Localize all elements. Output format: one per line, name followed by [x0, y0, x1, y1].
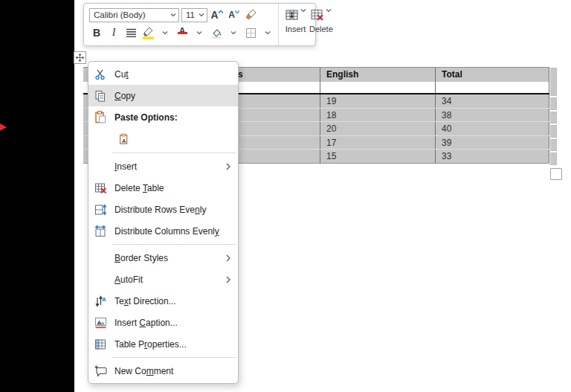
table-group: Insert Delete — [279, 4, 338, 45]
borders-button[interactable] — [243, 25, 258, 40]
mini-formatting-toolbar: Calibri (Body) 11 A A — [83, 3, 316, 46]
shrink-font-button[interactable]: A — [227, 7, 242, 22]
font-name-combobox[interactable]: Calibri (Body) — [89, 8, 179, 22]
end-mark — [550, 152, 557, 165]
cell-total[interactable]: 33 — [435, 150, 549, 163]
clipboard-icon — [93, 111, 108, 123]
table-context-menu: Cut Copy Paste Options: — [88, 61, 239, 384]
distribute-columns-icon — [93, 225, 108, 237]
borders-grid-icon — [245, 28, 257, 39]
menu-item-insert-caption[interactable]: Insert Caption... — [88, 312, 238, 333]
svg-text:A: A — [102, 296, 106, 303]
end-mark — [550, 139, 557, 152]
caret-up-icon — [218, 10, 224, 14]
black-letterbox-left — [0, 0, 74, 392]
paste-keep-text-only-button[interactable]: A — [114, 129, 134, 149]
menu-label: Cut — [114, 69, 230, 80]
grow-font-button[interactable]: A — [210, 7, 225, 22]
new-comment-icon — [93, 365, 108, 377]
delete-button[interactable]: Delete — [309, 8, 333, 43]
distribute-rows-icon — [93, 204, 108, 216]
menu-label: Paste Options: — [114, 112, 230, 123]
chevron-down-icon — [326, 8, 332, 13]
chevron-down-icon — [199, 13, 204, 17]
cell-english[interactable]: 19 — [320, 94, 435, 108]
submenu-chevron-icon — [226, 276, 230, 283]
chevron-down-icon — [196, 30, 202, 35]
menu-item-text-direction[interactable]: A Text Direction... — [88, 290, 238, 312]
submenu-chevron-icon — [226, 163, 230, 170]
cell-total[interactable]: 38 — [435, 109, 549, 122]
text-highlight-button[interactable] — [141, 25, 155, 40]
menu-label: Distribute Columns Evenly — [114, 226, 230, 237]
empty-cell[interactable] — [435, 82, 549, 93]
menu-item-distribute-columns[interactable]: Distribute Columns Evenly — [88, 220, 238, 242]
paint-bucket-icon — [210, 28, 223, 39]
justify-lines-icon — [126, 28, 137, 37]
font-size-combobox[interactable]: 11 — [181, 8, 207, 22]
menu-separator — [112, 357, 236, 358]
end-mark — [550, 68, 557, 96]
menu-label: AutoFit — [114, 274, 226, 285]
caret-down-icon — [234, 10, 240, 14]
menu-item-delete-table[interactable]: Delete Table — [88, 177, 238, 199]
header-cell-english[interactable]: English — [320, 68, 435, 82]
table-move-handle[interactable] — [74, 51, 86, 64]
text-direction-icon: A — [93, 295, 108, 307]
menu-item-autofit[interactable]: AutoFit — [88, 269, 238, 290]
svg-text:A: A — [122, 138, 126, 144]
chevron-down-icon — [162, 30, 168, 35]
font-color-button[interactable]: A — [175, 25, 190, 40]
chevron-down-icon — [300, 8, 306, 13]
cell-english[interactable]: 20 — [320, 122, 435, 135]
cell-english[interactable]: 18 — [320, 109, 435, 122]
justify-button[interactable] — [123, 25, 138, 40]
empty-cell[interactable] — [320, 82, 435, 93]
menu-item-table-properties[interactable]: Table Properties... — [88, 333, 238, 355]
cell-english[interactable]: 17 — [320, 136, 435, 150]
highlight-dropdown[interactable] — [158, 25, 172, 40]
menu-label: Delete Table — [114, 183, 230, 193]
menu-separator — [112, 244, 236, 245]
format-painter-button[interactable] — [244, 7, 259, 22]
menu-item-new-comment[interactable]: New Comment — [88, 360, 238, 382]
menu-label: Insert — [114, 161, 226, 172]
cell-total[interactable]: 40 — [435, 122, 549, 135]
shading-dropdown[interactable] — [226, 25, 241, 40]
menu-label: Insert Caption... — [114, 318, 230, 328]
clipboard-keep-text-icon: A — [119, 132, 129, 146]
menu-item-distribute-rows[interactable]: Distribute Rows Evenly — [88, 199, 238, 220]
font-color-dropdown[interactable] — [192, 25, 207, 40]
shading-button[interactable] — [209, 25, 224, 40]
scissors-icon — [93, 68, 108, 80]
table-resize-handle[interactable] — [550, 168, 562, 180]
cell-total[interactable]: 39 — [435, 136, 549, 150]
menu-item-copy[interactable]: Copy — [88, 85, 238, 106]
font-color-bar — [178, 32, 187, 35]
insert-caption-icon — [93, 317, 108, 329]
italic-button[interactable]: I — [106, 25, 121, 40]
end-mark — [550, 112, 557, 124]
borders-dropdown[interactable] — [260, 25, 275, 40]
table-properties-icon — [93, 338, 108, 350]
menu-item-border-styles[interactable]: Border Styles — [88, 247, 238, 269]
move-cross-icon — [76, 54, 84, 62]
insert-table-icon — [285, 8, 300, 22]
chevron-down-icon — [230, 30, 236, 35]
paste-options-row: A — [88, 128, 238, 150]
menu-label: Border Styles — [114, 253, 226, 263]
menu-item-insert[interactable]: Insert — [88, 155, 238, 177]
submenu-chevron-icon — [226, 254, 230, 262]
menu-item-cut[interactable]: Cut — [88, 63, 238, 85]
format-painter-icon — [245, 9, 257, 21]
word-document-canvas: s English Total 19 34 18 38 20 40 17 39 — [0, 0, 571, 392]
delete-table-icon — [93, 182, 108, 194]
cell-total[interactable]: 34 — [435, 94, 549, 108]
cell-english[interactable]: 15 — [320, 150, 435, 163]
menu-label: Table Properties... — [114, 339, 230, 350]
insert-button[interactable]: Insert — [285, 8, 306, 43]
bold-button[interactable]: B — [89, 25, 104, 40]
menu-label: Copy — [114, 91, 230, 101]
menu-label: Distribute Rows Evenly — [114, 205, 230, 215]
header-cell-total[interactable]: Total — [435, 68, 549, 82]
